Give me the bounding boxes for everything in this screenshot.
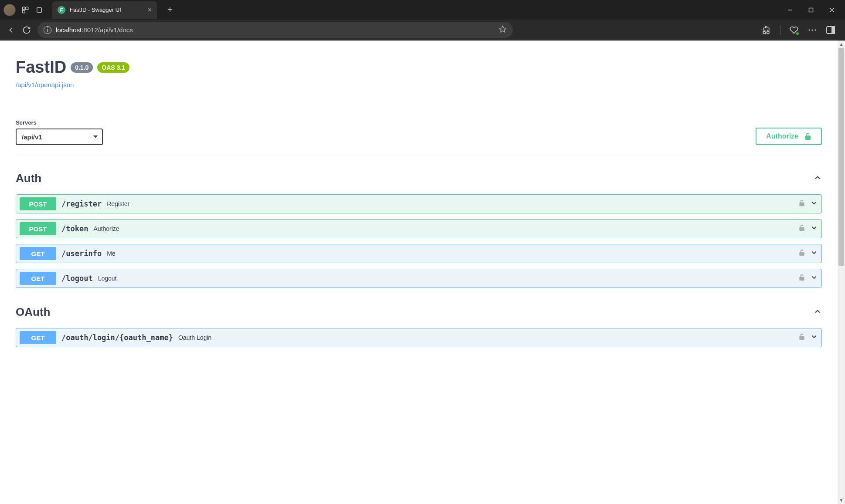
swagger-content: FastID 0.1.0 OAS 3.1 /api/v1/openapi.jso…: [0, 41, 838, 504]
scrollbar[interactable]: ▲ ▼: [838, 41, 845, 504]
url-text: localhost:8012/api/v1/docs: [56, 26, 494, 34]
extensions-icon[interactable]: [762, 25, 771, 35]
tag-header[interactable]: Auth: [16, 168, 822, 189]
tab-favicon-icon: F: [58, 6, 65, 14]
toolbar-right: [762, 25, 839, 35]
openapi-link[interactable]: /api/v1/openapi.json: [16, 81, 74, 88]
scroll-up-icon[interactable]: ▲: [838, 41, 845, 48]
svg-rect-2: [22, 10, 25, 13]
authorize-button[interactable]: Authorize: [756, 128, 822, 145]
servers-select[interactable]: /api/v1: [16, 129, 103, 145]
svg-rect-14: [832, 27, 835, 34]
health-icon[interactable]: [789, 25, 799, 35]
endpoint-row[interactable]: GET/logoutLogout: [16, 269, 822, 288]
url-port: :8012: [82, 26, 98, 34]
tab-actions-icon[interactable]: [35, 6, 44, 14]
chevron-down-icon[interactable]: [810, 274, 818, 283]
minimize-button[interactable]: [786, 6, 794, 14]
api-title: FastID: [16, 58, 66, 77]
svg-rect-19: [800, 277, 804, 280]
endpoint-path: /token: [61, 224, 88, 233]
url-path: /api/v1/docs: [98, 26, 133, 34]
titlebar: F FastID - Swagger UI × +: [0, 0, 845, 20]
addressbar[interactable]: i localhost:8012/api/v1/docs: [37, 22, 513, 38]
content-wrapper: FastID 0.1.0 OAS 3.1 /api/v1/openapi.jso…: [0, 41, 845, 504]
endpoint-row[interactable]: GET/userinfoMe: [16, 244, 822, 263]
endpoint-summary: Authorize: [93, 225, 119, 232]
favorite-icon[interactable]: [499, 25, 507, 35]
browser-tab[interactable]: F FastID - Swagger UI ×: [52, 1, 157, 19]
back-button[interactable]: [6, 25, 16, 35]
endpoint-row[interactable]: POST/registerRegister: [16, 194, 822, 213]
svg-point-10: [812, 29, 813, 30]
endpoint-path: /userinfo: [61, 249, 102, 258]
lock-icon[interactable]: [799, 224, 805, 233]
lock-icon[interactable]: [799, 274, 805, 283]
unlock-icon: [804, 132, 811, 140]
endpoint-path: /logout: [61, 274, 93, 283]
browser-window: F FastID - Swagger UI × + i: [0, 0, 845, 504]
svg-marker-8: [500, 26, 506, 32]
new-tab-button[interactable]: +: [167, 5, 173, 15]
oas-badge: OAS 3.1: [97, 62, 129, 73]
maximize-button[interactable]: [807, 6, 815, 14]
method-badge: GET: [20, 247, 56, 260]
chevron-up-icon: [813, 173, 822, 184]
api-header: FastID 0.1.0 OAS 3.1: [16, 58, 822, 77]
titlebar-left: F FastID - Swagger UI × +: [3, 1, 173, 19]
servers-select-wrap: /api/v1: [16, 129, 103, 145]
tag-name: OAuth: [16, 305, 50, 319]
refresh-button[interactable]: [22, 25, 31, 35]
svg-rect-1: [26, 7, 28, 10]
authorize-label: Authorize: [766, 132, 798, 140]
close-window-button[interactable]: [828, 6, 836, 14]
profile-avatar[interactable]: [3, 4, 16, 16]
lock-icon[interactable]: [799, 249, 805, 258]
method-badge: GET: [20, 331, 56, 344]
svg-point-11: [815, 29, 816, 30]
method-badge: POST: [20, 197, 56, 210]
endpoint-row[interactable]: GET/oauth/login/{oauth_name}Oauth Login: [16, 328, 822, 347]
version-badge: 0.1.0: [71, 62, 93, 73]
svg-rect-5: [809, 8, 813, 12]
scroll-down-icon[interactable]: ▼: [838, 497, 845, 504]
chevron-up-icon: [813, 307, 822, 318]
separator: [780, 25, 780, 35]
scrollbar-thumb[interactable]: [838, 48, 844, 266]
method-badge: POST: [20, 222, 56, 235]
chevron-down-icon[interactable]: [810, 249, 818, 258]
svg-rect-3: [37, 7, 42, 12]
endpoint-path: /register: [61, 200, 102, 208]
tag-section: OAuthGET/oauth/login/{oauth_name}Oauth L…: [16, 302, 822, 347]
lock-icon[interactable]: [799, 333, 805, 342]
endpoint-actions: [799, 274, 818, 283]
chevron-down-icon[interactable]: [810, 199, 818, 209]
endpoint-actions: [799, 333, 818, 342]
workspaces-icon[interactable]: [21, 6, 30, 14]
endpoint-summary: Oauth Login: [178, 334, 211, 341]
more-icon[interactable]: [808, 25, 817, 35]
site-info-icon[interactable]: i: [44, 26, 51, 34]
titlebar-right: [786, 6, 842, 14]
chevron-down-icon[interactable]: [810, 333, 818, 342]
servers-label: Servers: [16, 119, 103, 126]
tag-section: AuthPOST/registerRegisterPOST/tokenAutho…: [16, 168, 822, 288]
svg-point-9: [809, 29, 810, 30]
svg-rect-20: [800, 336, 804, 339]
tag-name: Auth: [16, 172, 41, 185]
endpoint-summary: Logout: [98, 275, 117, 282]
svg-rect-16: [800, 203, 804, 206]
servers-block: Servers /api/v1: [16, 119, 103, 145]
method-badge: GET: [20, 272, 56, 285]
lock-icon[interactable]: [799, 200, 805, 208]
endpoint-actions: [799, 199, 818, 209]
chevron-down-icon[interactable]: [810, 224, 818, 233]
close-tab-icon[interactable]: ×: [148, 6, 152, 14]
endpoint-actions: [799, 249, 818, 258]
tag-header[interactable]: OAuth: [16, 302, 822, 322]
svg-rect-17: [800, 227, 804, 230]
svg-rect-18: [800, 252, 804, 255]
tab-title: FastID - Swagger UI: [70, 7, 143, 13]
endpoint-row[interactable]: POST/tokenAuthorize: [16, 219, 822, 238]
sidebar-toggle-icon[interactable]: [826, 25, 835, 35]
